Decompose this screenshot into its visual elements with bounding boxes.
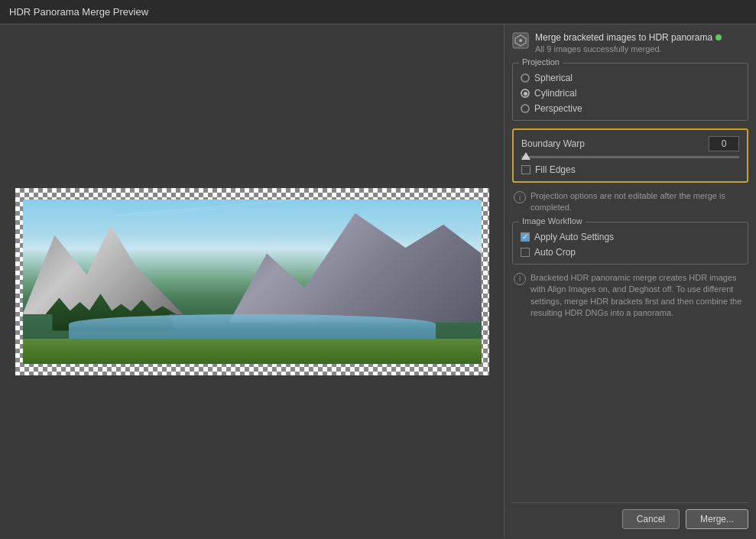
status-text-block: Merge bracketed images to HDR panorama A… — [535, 32, 748, 54]
radio-cylindrical[interactable]: Cylindrical — [521, 88, 740, 99]
slider-track[interactable] — [521, 156, 739, 158]
auto-crop-checkbox[interactable] — [521, 248, 530, 257]
projection-info-row: i Projection options are not editable af… — [512, 190, 748, 214]
auto-crop-label: Auto Crop — [534, 247, 576, 258]
radio-label-spherical: Spherical — [534, 73, 573, 83]
boundary-warp-input[interactable] — [709, 136, 739, 151]
projection-info-text: Projection options are not editable afte… — [530, 190, 747, 214]
grass — [23, 339, 482, 363]
sky-lines — [115, 207, 298, 232]
footer-buttons: Cancel Merge... — [512, 502, 748, 531]
fill-edges-label: Fill Edges — [535, 164, 576, 175]
projection-section: Projection Spherical Cylindrical Perspec… — [512, 63, 748, 121]
right-panel: Merge bracketed images to HDR panorama A… — [504, 24, 756, 538]
workflow-section: Image Workflow ✓ Apply Auto Settings Aut… — [512, 222, 748, 265]
svg-point-1 — [519, 39, 522, 42]
radio-label-perspective: Perspective — [534, 103, 582, 114]
slider-thumb[interactable] — [521, 152, 530, 160]
boundary-warp-label: Boundary Warp — [521, 138, 585, 149]
cancel-button[interactable]: Cancel — [622, 509, 680, 529]
title-bar: HDR Panorama Merge Preview — [0, 0, 756, 24]
fill-edges-checkbox[interactable] — [521, 165, 530, 174]
apply-auto-settings-checkbox[interactable]: ✓ — [521, 232, 530, 242]
merge-button[interactable]: Merge... — [686, 509, 748, 529]
apply-auto-settings-row: ✓ Apply Auto Settings — [521, 232, 740, 242]
slider-container — [521, 156, 739, 158]
projection-label: Projection — [519, 57, 563, 67]
info-icon-projection: i — [514, 191, 526, 203]
boundary-warp-row: Boundary Warp — [521, 136, 739, 151]
status-section: Merge bracketed images to HDR panorama A… — [512, 32, 748, 54]
fill-edges-row: Fill Edges — [521, 164, 739, 175]
boundary-warp-section: Boundary Warp Fill Edges — [512, 128, 748, 183]
apply-auto-settings-label: Apply Auto Settings — [534, 232, 614, 242]
bottom-info-row: i Bracketed HDR panoramic merge creates … — [512, 272, 748, 502]
radio-perspective[interactable]: Perspective — [521, 103, 740, 114]
window-title: HDR Panorama Merge Preview — [9, 6, 148, 18]
merge-icon — [512, 32, 529, 49]
radio-spherical[interactable]: Spherical — [521, 73, 740, 83]
projection-radio-group: Spherical Cylindrical Perspective — [521, 70, 740, 114]
radio-label-cylindrical: Cylindrical — [534, 88, 576, 99]
auto-crop-row: Auto Crop — [521, 247, 740, 258]
preview-image-container — [15, 188, 489, 375]
workflow-label: Image Workflow — [519, 216, 586, 226]
sky-line-1 — [115, 200, 297, 216]
status-dot — [715, 34, 722, 41]
status-subtitle: All 9 images successfully merged. — [535, 44, 748, 54]
main-content: Merge bracketed images to HDR panorama A… — [0, 24, 756, 538]
bottom-info-text: Bracketed HDR panoramic merge creates HD… — [530, 272, 747, 320]
status-title: Merge bracketed images to HDR panorama — [535, 32, 712, 43]
panorama-image — [23, 200, 482, 364]
radio-circle-perspective[interactable] — [521, 104, 530, 113]
preview-panel — [0, 24, 504, 538]
radio-circle-spherical[interactable] — [521, 73, 530, 83]
radio-circle-cylindrical[interactable] — [521, 89, 530, 98]
workflow-items: ✓ Apply Auto Settings Auto Crop — [521, 229, 740, 258]
info-icon-bottom: i — [514, 273, 526, 285]
